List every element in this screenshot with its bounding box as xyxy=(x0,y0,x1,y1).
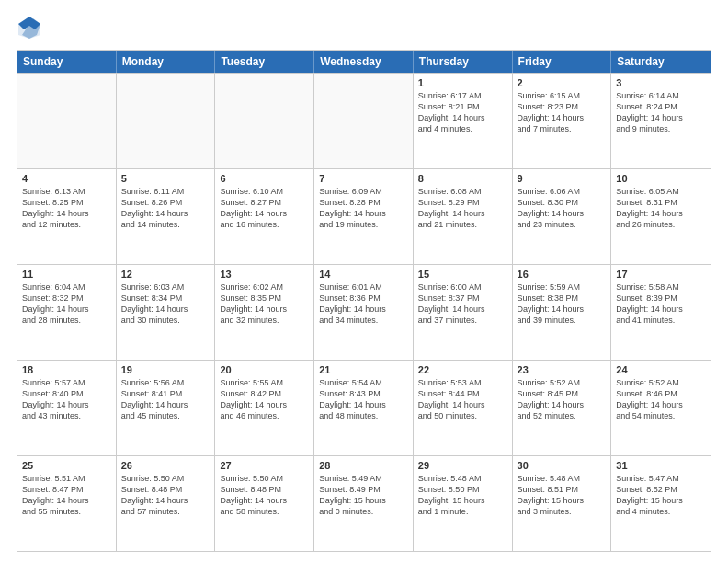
calendar-cell: 9Sunrise: 6:06 AM Sunset: 8:30 PM Daylig… xyxy=(513,169,612,264)
day-number: 16 xyxy=(518,269,607,280)
day-info: Sunrise: 6:01 AM Sunset: 8:36 PM Dayligh… xyxy=(319,282,408,327)
day-info: Sunrise: 5:48 AM Sunset: 8:51 PM Dayligh… xyxy=(518,473,607,518)
day-info: Sunrise: 5:52 AM Sunset: 8:45 PM Dayligh… xyxy=(518,377,607,422)
day-info: Sunrise: 5:48 AM Sunset: 8:50 PM Dayligh… xyxy=(418,473,507,518)
calendar-cell: 14Sunrise: 6:01 AM Sunset: 8:36 PM Dayli… xyxy=(314,265,414,360)
calendar-header-cell: Sunday xyxy=(17,51,117,73)
day-number: 11 xyxy=(22,269,111,280)
calendar-row: 4Sunrise: 6:13 AM Sunset: 8:25 PM Daylig… xyxy=(17,168,711,264)
day-number: 14 xyxy=(319,269,408,280)
day-number: 10 xyxy=(616,173,706,184)
calendar-cell: 23Sunrise: 5:52 AM Sunset: 8:45 PM Dayli… xyxy=(513,361,612,455)
calendar-cell: 24Sunrise: 5:52 AM Sunset: 8:46 PM Dayli… xyxy=(611,361,711,455)
calendar-cell: 10Sunrise: 6:05 AM Sunset: 8:31 PM Dayli… xyxy=(611,169,711,264)
day-info: Sunrise: 5:52 AM Sunset: 8:46 PM Dayligh… xyxy=(616,377,706,422)
day-number: 30 xyxy=(518,460,607,471)
day-info: Sunrise: 6:08 AM Sunset: 8:29 PM Dayligh… xyxy=(418,186,507,231)
calendar-header-row: SundayMondayTuesdayWednesdayThursdayFrid… xyxy=(17,51,711,73)
calendar-cell: 11Sunrise: 6:04 AM Sunset: 8:32 PM Dayli… xyxy=(17,265,117,360)
calendar-body: 1Sunrise: 6:17 AM Sunset: 8:21 PM Daylig… xyxy=(17,73,711,551)
calendar-row: 25Sunrise: 5:51 AM Sunset: 8:47 PM Dayli… xyxy=(17,455,711,551)
day-info: Sunrise: 5:50 AM Sunset: 8:48 PM Dayligh… xyxy=(220,473,309,518)
calendar-header-cell: Saturday xyxy=(611,51,711,73)
calendar-cell: 16Sunrise: 5:59 AM Sunset: 8:38 PM Dayli… xyxy=(513,265,612,360)
day-info: Sunrise: 5:56 AM Sunset: 8:41 PM Dayligh… xyxy=(121,377,210,422)
day-number: 27 xyxy=(220,460,309,471)
calendar-cell: 2Sunrise: 6:15 AM Sunset: 8:23 PM Daylig… xyxy=(513,74,612,168)
day-number: 19 xyxy=(121,364,210,375)
calendar-header-cell: Wednesday xyxy=(314,51,414,73)
header xyxy=(17,15,711,40)
day-info: Sunrise: 5:53 AM Sunset: 8:44 PM Dayligh… xyxy=(418,377,507,422)
calendar-cell xyxy=(117,74,216,168)
day-number: 20 xyxy=(220,364,309,375)
day-number: 8 xyxy=(418,173,507,184)
calendar-row: 18Sunrise: 5:57 AM Sunset: 8:40 PM Dayli… xyxy=(17,360,711,455)
day-number: 24 xyxy=(616,364,706,375)
day-number: 17 xyxy=(616,269,706,280)
day-info: Sunrise: 6:03 AM Sunset: 8:34 PM Dayligh… xyxy=(121,282,210,327)
logo xyxy=(17,15,46,40)
day-number: 18 xyxy=(22,364,111,375)
day-number: 31 xyxy=(616,460,706,471)
day-info: Sunrise: 6:17 AM Sunset: 8:21 PM Dayligh… xyxy=(418,90,507,135)
calendar-header-cell: Monday xyxy=(117,51,216,73)
day-number: 2 xyxy=(518,77,607,88)
day-number: 9 xyxy=(518,173,607,184)
day-info: Sunrise: 6:10 AM Sunset: 8:27 PM Dayligh… xyxy=(220,186,309,231)
calendar-cell: 13Sunrise: 6:02 AM Sunset: 8:35 PM Dayli… xyxy=(215,265,314,360)
day-number: 3 xyxy=(616,77,706,88)
calendar-cell: 30Sunrise: 5:48 AM Sunset: 8:51 PM Dayli… xyxy=(513,456,612,551)
day-info: Sunrise: 6:13 AM Sunset: 8:25 PM Dayligh… xyxy=(22,186,111,231)
day-info: Sunrise: 6:15 AM Sunset: 8:23 PM Dayligh… xyxy=(518,90,607,135)
calendar-cell xyxy=(314,74,414,168)
day-info: Sunrise: 6:09 AM Sunset: 8:28 PM Dayligh… xyxy=(319,186,408,231)
day-number: 15 xyxy=(418,269,507,280)
calendar-row: 1Sunrise: 6:17 AM Sunset: 8:21 PM Daylig… xyxy=(17,73,711,168)
day-number: 12 xyxy=(121,269,210,280)
logo-icon xyxy=(17,15,42,40)
day-info: Sunrise: 6:14 AM Sunset: 8:24 PM Dayligh… xyxy=(616,90,706,135)
day-info: Sunrise: 6:00 AM Sunset: 8:37 PM Dayligh… xyxy=(418,282,507,327)
calendar: SundayMondayTuesdayWednesdayThursdayFrid… xyxy=(17,50,711,552)
day-number: 7 xyxy=(319,173,408,184)
calendar-cell: 20Sunrise: 5:55 AM Sunset: 8:42 PM Dayli… xyxy=(215,361,314,455)
day-info: Sunrise: 6:06 AM Sunset: 8:30 PM Dayligh… xyxy=(518,186,607,231)
calendar-cell: 19Sunrise: 5:56 AM Sunset: 8:41 PM Dayli… xyxy=(117,361,216,455)
day-number: 25 xyxy=(22,460,111,471)
day-number: 29 xyxy=(418,460,507,471)
day-number: 1 xyxy=(418,77,507,88)
day-info: Sunrise: 6:05 AM Sunset: 8:31 PM Dayligh… xyxy=(616,186,706,231)
day-info: Sunrise: 5:59 AM Sunset: 8:38 PM Dayligh… xyxy=(518,282,607,327)
calendar-cell: 21Sunrise: 5:54 AM Sunset: 8:43 PM Dayli… xyxy=(314,361,414,455)
calendar-cell: 18Sunrise: 5:57 AM Sunset: 8:40 PM Dayli… xyxy=(17,361,117,455)
calendar-cell: 25Sunrise: 5:51 AM Sunset: 8:47 PM Dayli… xyxy=(17,456,117,551)
calendar-cell: 6Sunrise: 6:10 AM Sunset: 8:27 PM Daylig… xyxy=(215,169,314,264)
calendar-cell xyxy=(215,74,314,168)
day-number: 4 xyxy=(22,173,111,184)
calendar-cell: 5Sunrise: 6:11 AM Sunset: 8:26 PM Daylig… xyxy=(117,169,216,264)
day-info: Sunrise: 5:51 AM Sunset: 8:47 PM Dayligh… xyxy=(22,473,111,518)
day-number: 22 xyxy=(418,364,507,375)
calendar-cell: 4Sunrise: 6:13 AM Sunset: 8:25 PM Daylig… xyxy=(17,169,117,264)
day-info: Sunrise: 5:54 AM Sunset: 8:43 PM Dayligh… xyxy=(319,377,408,422)
calendar-cell: 29Sunrise: 5:48 AM Sunset: 8:50 PM Dayli… xyxy=(414,456,513,551)
day-info: Sunrise: 6:02 AM Sunset: 8:35 PM Dayligh… xyxy=(220,282,309,327)
day-info: Sunrise: 5:47 AM Sunset: 8:52 PM Dayligh… xyxy=(616,473,706,518)
calendar-cell: 1Sunrise: 6:17 AM Sunset: 8:21 PM Daylig… xyxy=(414,74,513,168)
day-number: 13 xyxy=(220,269,309,280)
calendar-header-cell: Friday xyxy=(513,51,612,73)
calendar-cell: 17Sunrise: 5:58 AM Sunset: 8:39 PM Dayli… xyxy=(611,265,711,360)
calendar-cell: 3Sunrise: 6:14 AM Sunset: 8:24 PM Daylig… xyxy=(611,74,711,168)
calendar-cell: 26Sunrise: 5:50 AM Sunset: 8:48 PM Dayli… xyxy=(117,456,216,551)
page: SundayMondayTuesdayWednesdayThursdayFrid… xyxy=(0,0,728,563)
day-info: Sunrise: 6:11 AM Sunset: 8:26 PM Dayligh… xyxy=(121,186,210,231)
day-number: 26 xyxy=(121,460,210,471)
calendar-header-cell: Thursday xyxy=(414,51,513,73)
calendar-cell: 15Sunrise: 6:00 AM Sunset: 8:37 PM Dayli… xyxy=(414,265,513,360)
day-info: Sunrise: 6:04 AM Sunset: 8:32 PM Dayligh… xyxy=(22,282,111,327)
day-number: 23 xyxy=(518,364,607,375)
calendar-cell: 27Sunrise: 5:50 AM Sunset: 8:48 PM Dayli… xyxy=(215,456,314,551)
calendar-cell xyxy=(17,74,117,168)
calendar-cell: 31Sunrise: 5:47 AM Sunset: 8:52 PM Dayli… xyxy=(611,456,711,551)
